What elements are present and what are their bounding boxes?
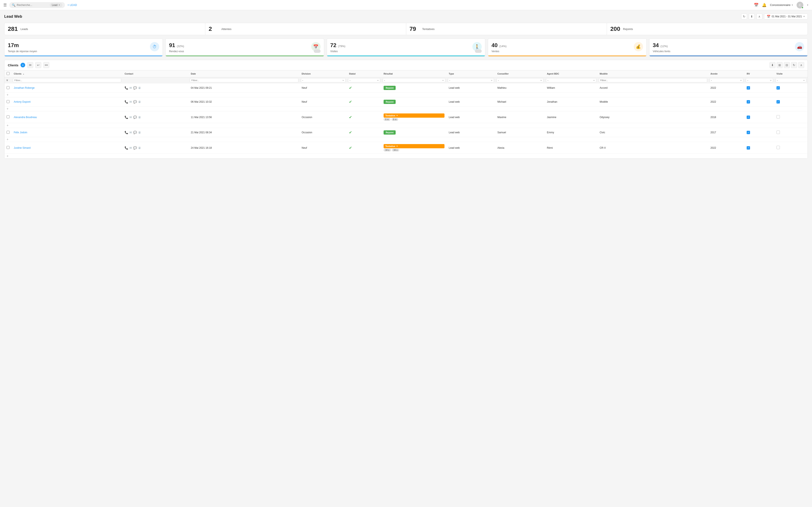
filter-visite-select[interactable]: - xyxy=(776,78,806,82)
metric-vehicules-icon: 🚗 xyxy=(795,42,804,51)
filter-modele-cell[interactable] xyxy=(598,77,708,83)
client-link[interactable]: Alexandra Boudreau xyxy=(14,116,37,119)
screen-icon[interactable]: 🖥 xyxy=(138,146,141,150)
filter-visite-cell[interactable]: - xyxy=(774,77,808,83)
calendar-icon[interactable]: 📅 xyxy=(754,3,759,7)
client-link[interactable]: Félix Jodoin xyxy=(14,131,27,134)
filter-clients-cell[interactable] xyxy=(12,77,122,83)
filter-clients-input[interactable] xyxy=(13,78,121,82)
download-button[interactable]: ⬇ xyxy=(749,13,755,19)
filter-type-select[interactable]: - xyxy=(448,78,494,82)
add-row-button[interactable]: + xyxy=(7,154,8,158)
screen-icon[interactable]: 🖥 xyxy=(138,116,141,119)
clients-add-button[interactable]: + xyxy=(20,63,25,67)
download-table-button[interactable]: ⬇ xyxy=(769,62,775,68)
expand-button[interactable]: ∧ xyxy=(756,13,762,19)
refresh-button[interactable]: ↻ xyxy=(741,13,747,19)
dealer-chevron: ▼ xyxy=(791,4,793,6)
row-checkbox[interactable] xyxy=(7,100,9,103)
row-statut: ✔ xyxy=(347,128,382,137)
filter-type-cell[interactable]: - xyxy=(447,77,495,83)
filter-conseiller-select[interactable]: - xyxy=(497,78,544,82)
avatar-chevron[interactable]: ▼ xyxy=(807,4,809,6)
more-action-button[interactable]: ••• xyxy=(43,62,49,68)
hamburger-icon[interactable]: ☰ xyxy=(3,3,7,7)
sort-clients-icon[interactable]: ▲ xyxy=(22,73,24,75)
add-row-button[interactable]: + xyxy=(7,93,8,97)
metric-response-label: Temps de réponse moyen xyxy=(8,50,37,53)
tentative-times: 6 m6 m xyxy=(384,118,445,121)
phone-icon[interactable]: 📞 xyxy=(124,131,128,134)
phone-icon[interactable]: 📞 xyxy=(124,116,128,119)
tentative-chevron[interactable]: ▼ xyxy=(396,114,398,117)
filter-division-select[interactable]: - xyxy=(301,78,346,82)
contact-icons-group: 📞 ✉ 💬 🖥 xyxy=(124,116,187,119)
avatar[interactable]: C xyxy=(797,2,803,8)
phone-icon[interactable]: 📞 xyxy=(124,146,128,150)
bell-icon[interactable]: 🔔 xyxy=(762,3,767,7)
filter-resultat-cell[interactable]: - xyxy=(382,77,447,83)
phone-icon[interactable]: 📞 xyxy=(124,86,128,90)
date-range-selector[interactable]: 📅 01 Mai 2021 - 31 Mai 2021 ▼ xyxy=(764,13,808,19)
row-annee: 2017 xyxy=(708,128,745,137)
share-action-button[interactable]: ↩ xyxy=(35,62,41,68)
screen-icon[interactable]: 🖥 xyxy=(138,131,141,134)
columns-button[interactable]: ⊞ xyxy=(777,62,782,68)
table-header-row: Clients ▲ Contact Date Division Statut R… xyxy=(4,70,808,77)
row-checkbox[interactable] xyxy=(7,86,9,89)
email-icon[interactable]: ✉ xyxy=(130,100,132,104)
filter-statut-cell[interactable]: - xyxy=(347,77,382,83)
chat-icon[interactable]: 💬 xyxy=(133,100,137,104)
filter-date-input[interactable] xyxy=(190,78,298,82)
filter-resultat-select[interactable]: - xyxy=(383,78,445,82)
email-icon[interactable]: ✉ xyxy=(130,86,132,90)
search-input[interactable] xyxy=(17,3,48,7)
time-pill: 6 m xyxy=(384,118,391,121)
client-link[interactable]: Jonathan Roberge xyxy=(14,87,35,89)
filter-conseiller-cell[interactable]: - xyxy=(495,77,545,83)
refresh-table-button[interactable]: ↻ xyxy=(791,62,797,68)
add-row-button[interactable]: + xyxy=(7,107,8,110)
email-icon[interactable]: ✉ xyxy=(130,116,132,119)
filter-date-cell[interactable] xyxy=(189,77,299,83)
add-lead-button[interactable]: + LEAD xyxy=(67,3,77,7)
filter-annee-cell[interactable]: - xyxy=(708,77,745,83)
search-bar[interactable]: 🔍 Lead ▼ xyxy=(9,2,65,8)
row-checkbox[interactable] xyxy=(7,146,9,149)
row-checkbox[interactable] xyxy=(7,131,9,134)
email-icon[interactable]: ✉ xyxy=(130,146,132,150)
filter-agent-select[interactable]: - xyxy=(546,78,596,82)
screen-icon[interactable]: 🖥 xyxy=(138,86,141,90)
filter-division-cell[interactable]: - xyxy=(300,77,347,83)
dealer-selector[interactable]: Concessionnaire ▼ xyxy=(770,3,793,7)
collapse-table-button[interactable]: ∧ xyxy=(798,62,804,68)
row-annee: 2022 xyxy=(708,97,745,107)
row-checkbox[interactable] xyxy=(7,115,9,118)
screen-icon[interactable]: 🖥 xyxy=(138,100,141,104)
email-icon[interactable]: ✉ xyxy=(130,131,132,134)
add-row-button[interactable]: + xyxy=(7,124,8,127)
add-row-button[interactable]: + xyxy=(7,137,8,141)
filter-rv-cell[interactable]: - xyxy=(745,77,774,83)
th-clients: Clients ▲ xyxy=(12,70,122,77)
tentative-chevron[interactable]: ▼ xyxy=(396,145,398,147)
row-checkbox-cell xyxy=(4,128,12,137)
chat-icon[interactable]: 💬 xyxy=(133,86,137,90)
lead-filter-tag[interactable]: Lead ▼ xyxy=(50,3,62,7)
filter-annee-select[interactable]: - xyxy=(710,78,743,82)
layout-button[interactable]: ⊟ xyxy=(784,62,790,68)
chat-icon[interactable]: 💬 xyxy=(133,131,137,134)
filter-agent-cell[interactable]: - xyxy=(545,77,597,83)
filter-statut-select[interactable]: - xyxy=(348,78,380,82)
phone-icon[interactable]: 📞 xyxy=(124,100,128,104)
select-all-checkbox[interactable] xyxy=(7,72,9,75)
email-action-button[interactable]: ✉ xyxy=(27,62,33,68)
chat-icon[interactable]: 💬 xyxy=(133,116,137,119)
filter-rv-select[interactable]: - xyxy=(746,78,773,82)
filter-modele-input[interactable] xyxy=(599,78,707,82)
chat-icon[interactable]: 💬 xyxy=(133,146,137,150)
client-link[interactable]: Antony Dupont xyxy=(14,100,31,103)
metric-visites-toggle[interactable] xyxy=(475,49,482,53)
metric-rdv-toggle[interactable] xyxy=(314,49,320,53)
client-link[interactable]: Justine Simard xyxy=(14,147,31,149)
